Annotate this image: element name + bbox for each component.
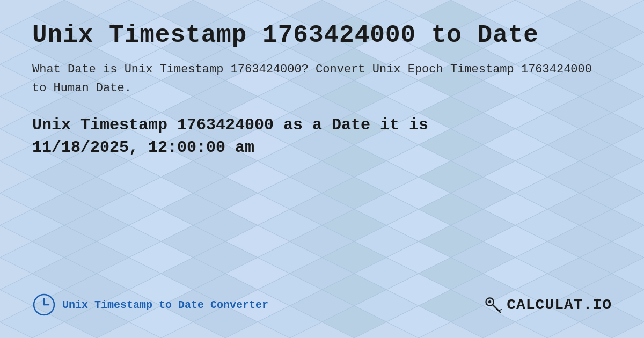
footer: Unix Timestamp to Date Converter CALCULA… xyxy=(32,282,612,317)
result-text: Unix Timestamp 1763424000 as a Date it i… xyxy=(32,114,612,159)
page-content: Unix Timestamp 1763424000 to Date What D… xyxy=(0,0,644,338)
top-section: Unix Timestamp 1763424000 to Date What D… xyxy=(32,21,612,282)
logo-text: CALCULAT.IO xyxy=(507,297,612,313)
svg-point-205 xyxy=(488,300,491,303)
result-line1: Unix Timestamp 1763424000 as a Date it i… xyxy=(32,116,428,134)
logo-icon xyxy=(483,295,502,314)
result-line2: 11/18/2025, 12:00:00 am xyxy=(32,138,254,157)
svg-line-207 xyxy=(499,310,501,311)
footer-left: Unix Timestamp to Date Converter xyxy=(32,293,268,317)
footer-label: Unix Timestamp to Date Converter xyxy=(62,299,268,311)
result-section: Unix Timestamp 1763424000 as a Date it i… xyxy=(32,114,612,159)
svg-line-206 xyxy=(493,305,500,312)
page-description: What Date is Unix Timestamp 1763424000? … xyxy=(32,60,612,98)
page-title: Unix Timestamp 1763424000 to Date xyxy=(32,21,612,49)
logo-area: CALCULAT.IO xyxy=(483,295,612,314)
clock-icon xyxy=(32,293,56,317)
